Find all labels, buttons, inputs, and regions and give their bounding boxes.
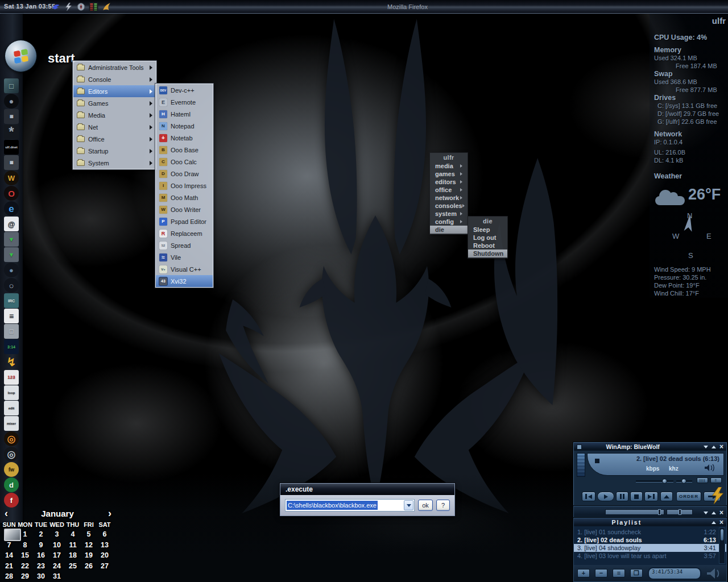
- calendar-date[interactable]: 26: [81, 562, 97, 573]
- calendar-date[interactable]: 15: [17, 551, 33, 562]
- calendar-date[interactable]: 18: [65, 551, 81, 562]
- calendar-date[interactable]: 25: [65, 562, 81, 573]
- calendar-date[interactable]: 6: [97, 530, 113, 541]
- minimize-icon[interactable]: [712, 512, 716, 514]
- ulfr-menu-item[interactable]: media: [430, 162, 468, 170]
- flash-icon[interactable]: f: [4, 493, 19, 508]
- balance-slider[interactable]: [676, 480, 692, 482]
- editors-menu-item[interactable]: N Notepad: [156, 120, 213, 132]
- calendar-date[interactable]: 4: [65, 530, 81, 541]
- calendar-date[interactable]: [1, 530, 17, 541]
- volume-strip[interactable]: [577, 453, 585, 477]
- ulfr-menu-item[interactable]: office: [430, 186, 468, 194]
- start-menu-item[interactable]: System: [73, 157, 156, 169]
- editors-menu-item[interactable]: W Ooo Writer: [156, 203, 213, 215]
- playlist-scrollbar[interactable]: [719, 527, 725, 564]
- die-menu-item[interactable]: Sleep: [468, 226, 507, 234]
- editors-menu-item[interactable]: R Replaceem: [156, 227, 213, 239]
- start-menu-item[interactable]: Net: [73, 121, 156, 133]
- ulfr-menu-item[interactable]: die: [430, 226, 468, 234]
- thunderbird-icon[interactable]: [51, 2, 61, 11]
- calendar-date[interactable]: 1: [17, 530, 33, 541]
- ulfr-menu-item[interactable]: config: [430, 218, 468, 226]
- calendar-date[interactable]: 11: [65, 541, 81, 552]
- editors-menu-item[interactable]: P Pspad Editor: [156, 215, 213, 227]
- pause-button[interactable]: [616, 492, 628, 501]
- cd-icon[interactable]: ◎: [4, 447, 19, 462]
- playlist-item[interactable]: 2. [live] 02 dead souls 6:13: [574, 536, 726, 544]
- close-icon[interactable]: [719, 519, 723, 525]
- eq-toggle-button[interactable]: ||||: [697, 477, 708, 483]
- selection-button[interactable]: ≡: [613, 569, 625, 577]
- calendar-date[interactable]: 24: [49, 562, 65, 573]
- start-menu-item[interactable]: Office: [73, 133, 156, 145]
- calendar-date[interactable]: 21: [1, 562, 17, 573]
- calendar-date[interactable]: 29: [17, 572, 33, 582]
- download2-icon[interactable]: ▼: [4, 247, 19, 262]
- eject-button[interactable]: [660, 492, 673, 501]
- ok-button[interactable]: ok: [418, 500, 433, 511]
- calendar-date[interactable]: [65, 572, 81, 582]
- play-button[interactable]: [597, 492, 614, 501]
- image-icon[interactable]: □: [4, 324, 19, 339]
- compass-icon[interactable]: [76, 2, 86, 11]
- wolf-icon[interactable]: [101, 2, 111, 12]
- loop-icon[interactable]: loop: [4, 385, 19, 400]
- editors-menu-item[interactable]: I Ooo Impress: [156, 180, 213, 192]
- editors-menu-item[interactable]: + Notetab: [156, 132, 213, 144]
- editors-menu-item[interactable]: D Ooo Draw: [156, 168, 213, 180]
- calendar-date[interactable]: 14: [1, 551, 17, 562]
- ulfr-menu-item[interactable]: games: [430, 170, 468, 178]
- calendar-date[interactable]: 2: [33, 530, 49, 541]
- ie-icon[interactable]: e: [4, 201, 19, 216]
- playlist-item[interactable]: 4. [live] 03 love will tear us apart 3:5…: [574, 552, 726, 560]
- editors-menu-item[interactable]: M Ooo Math: [156, 192, 213, 203]
- calendar-date[interactable]: 27: [97, 562, 113, 573]
- execute-dialog-title[interactable]: .execute: [280, 484, 454, 495]
- winamp-titlebar[interactable]: WinAmp: BlueWolf: [574, 443, 726, 451]
- prev-button[interactable]: [582, 492, 595, 501]
- wolf-folder-icon[interactable]: ■: [4, 155, 19, 170]
- mail-icon[interactable]: @: [4, 217, 19, 231]
- lightning-icon[interactable]: [64, 2, 73, 11]
- calendar-date[interactable]: 5: [81, 530, 97, 541]
- calendar-next-icon[interactable]: ›: [108, 508, 111, 519]
- irc-icon[interactable]: IRC: [4, 293, 19, 308]
- calendar-date[interactable]: [81, 572, 97, 582]
- shade-icon[interactable]: [704, 446, 708, 448]
- start-menu-item[interactable]: Editors: [73, 85, 156, 97]
- ulfr-menu-item[interactable]: consoles: [430, 202, 468, 210]
- remove-button[interactable]: −: [595, 569, 607, 577]
- calendar-date[interactable]: 13: [97, 541, 113, 552]
- taskbar-task-firefox[interactable]: Mozilla Firefox: [387, 3, 428, 10]
- edit-icon[interactable]: edit: [4, 401, 19, 415]
- dreamweaver-icon[interactable]: d: [4, 477, 19, 492]
- mini-clock-icon[interactable]: 3:14: [4, 339, 19, 354]
- lightning-icon[interactable]: ↯: [4, 355, 19, 369]
- calendar-date[interactable]: 20: [97, 551, 113, 562]
- editors-menu-item[interactable]: 52 Spread: [156, 239, 213, 251]
- editors-menu-item[interactable]: ≈ Vile: [156, 251, 213, 263]
- cd-burn-icon[interactable]: ◎: [4, 431, 19, 446]
- start-menu-item[interactable]: Games: [73, 97, 156, 109]
- network-globe-icon[interactable]: ●: [4, 263, 19, 277]
- calendar-date[interactable]: 10: [49, 541, 65, 552]
- gear-icon[interactable]: *: [4, 124, 19, 139]
- editors-menu-item[interactable]: C Ooo Calc: [156, 156, 213, 168]
- minimize-icon[interactable]: [712, 521, 716, 524]
- calendar-date[interactable]: 28: [1, 572, 17, 582]
- levels-icon[interactable]: [89, 2, 98, 11]
- editors-menu-item[interactable]: 43 Xvi32: [156, 275, 213, 287]
- start-menu-item[interactable]: Startup: [73, 145, 156, 157]
- globe-icon[interactable]: ●: [4, 94, 19, 109]
- calendar-prev-icon[interactable]: ‹: [5, 508, 8, 519]
- eq-position-slider[interactable]: [605, 509, 664, 515]
- start-menu-item[interactable]: Media: [73, 109, 156, 121]
- playlist-toggle-button[interactable]: ≡: [710, 477, 722, 483]
- editors-menu-item[interactable]: V+ Visual C++: [156, 263, 213, 275]
- equalizer-shade[interactable]: [573, 506, 727, 518]
- clock-icon[interactable]: ○: [4, 278, 19, 293]
- eq-preamp-slider[interactable]: [667, 509, 693, 515]
- order-button[interactable]: ORDER: [676, 492, 701, 501]
- scrollbar-thumb[interactable]: [720, 529, 724, 541]
